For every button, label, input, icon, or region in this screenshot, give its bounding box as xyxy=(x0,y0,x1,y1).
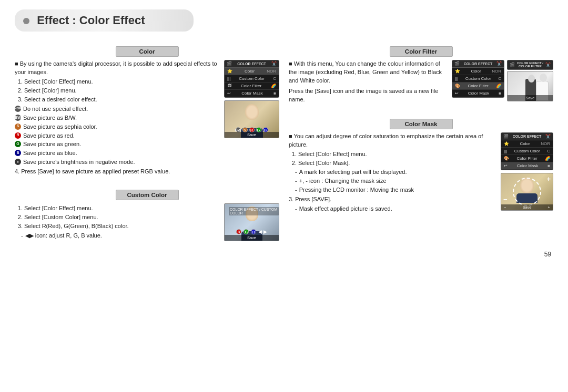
color-mask-intro: ■ You can adjust degree of color saturat… xyxy=(289,132,496,149)
color-mask-text: ■ You can adjust degree of color saturat… xyxy=(289,132,496,214)
custom-step-3: Select R(Red), G(Green), B(Black) color. xyxy=(24,222,220,231)
color-mask-dash: A mark for selecting part will be displa… xyxy=(295,168,496,194)
custom-color-photo: COLOR EFFECT / CUSTOM COLOR R G B ◀ ▶ Sa… xyxy=(224,203,279,241)
cm-step3: 3. Press [SAVE]. xyxy=(289,195,496,204)
cm-dash-2: +, - icon : Changing the mask size xyxy=(295,177,496,185)
color-section-text: ■ By using the camera's digital processo… xyxy=(15,60,220,177)
cc-g-ctrl: G xyxy=(244,229,249,234)
custom-color-header: Custom Color xyxy=(116,190,179,200)
bullet-neg: ● Save picture's brightness in negative … xyxy=(15,158,220,167)
mask-minus-icon: − xyxy=(503,196,508,203)
cm-dash-1: A mark for selecting part will be displa… xyxy=(295,168,496,177)
color-mask-section: Color Mask ■ You can adjust degree of co… xyxy=(289,119,553,214)
bullet-b: B Save picture as blue. xyxy=(15,149,220,158)
page-title: Effect : Color Effect xyxy=(15,9,553,39)
b-badge-icon: B xyxy=(15,150,21,156)
color-mask-menu1: 🎬 COLOR EFFECT ✂️ ⭐ColorNOR |||Custom Co… xyxy=(501,132,553,170)
color-menu-row-mask: ↩Color Mask■ xyxy=(225,90,279,97)
cm-menu-mask: ↩Color Mask■ xyxy=(501,162,553,170)
bullet-nor: NOR Do not use special effect. xyxy=(15,105,220,114)
color-step-3: Select a desired color effect. xyxy=(24,96,220,104)
color-bullets: NOR Do not use special effect. BW Save p… xyxy=(15,105,220,167)
color-filter-menu2: 🎬 COLOR EFFECT / COLOR FILTER ✂️ xyxy=(507,60,553,70)
color-menu-row-custom: |||Custom ColorC xyxy=(225,75,279,82)
custom-color-dash: ◀▶ icon: adjust R, G, B value. xyxy=(21,232,220,240)
cf-menu-custom: |||Custom ColorC xyxy=(452,75,504,82)
cm-step-1: Select [Color Effect] menu. xyxy=(298,150,496,159)
bullet-bw: BW Save picture as B/W. xyxy=(15,114,220,122)
color-section-header: Color xyxy=(116,46,179,57)
color-filter-intro: ■ With this menu, You can change the col… xyxy=(289,60,448,85)
color-step4: 4. Press [Save] to save picture as appli… xyxy=(15,168,220,176)
color-step-2: Select [Color] menu. xyxy=(24,87,220,95)
bullet-g: G Save picture as green. xyxy=(15,140,220,149)
g-badge-icon: G xyxy=(15,141,21,147)
cm-menu-color: ⭐ColorNOR xyxy=(501,140,553,148)
custom-color-section: Custom Color Select [Color Effect] menu.… xyxy=(15,190,279,241)
mask-plus-icon: + xyxy=(546,176,551,182)
cf-menu-mask: ↩Color Mask■ xyxy=(452,90,504,97)
color-filter-header: Color Filter xyxy=(390,46,453,57)
color-mask-header: Color Mask xyxy=(390,119,453,129)
cc-r-ctrl: R xyxy=(236,229,241,234)
cf-menu-filter: 🎨Color Filter🌈 xyxy=(452,82,504,90)
color-step-1: Select [Color Effect] menu. xyxy=(24,78,220,86)
custom-step-2: Select [Custom Color] menu. xyxy=(24,213,220,222)
custom-color-steps: Select [Color Effect] menu. Select [Cust… xyxy=(24,204,220,231)
custom-step-1: Select [Color Effect] menu. xyxy=(24,204,220,213)
color-menu-row-color: ⭐ColorNOR xyxy=(225,68,279,75)
cm-photo-bottom-bar: − Save + xyxy=(501,204,553,210)
cm-menu-custom: |||Custom ColorC xyxy=(501,148,553,155)
color-menu-mockup: 🎬 COLOR EFFECT ✂️ ⭐ColorNOR |||Custom Co… xyxy=(224,60,279,98)
color-section: Color ■ By using the camera's digital pr… xyxy=(15,46,279,177)
color-filter-section: Color Filter ■ With this menu, You can c… xyxy=(289,46,553,105)
nor-badge-icon: NOR xyxy=(15,106,21,112)
cf-menu-color: ⭐ColorNOR xyxy=(452,68,504,75)
color-filter-menu1: 🎬 COLOR EFFECT ✂️ ⭐ColorNOR |||Custom Co… xyxy=(452,60,504,98)
cm-step3-dash: Mask effect applied picture is saved. xyxy=(295,205,496,213)
color-filter-wedding-photo: Save xyxy=(507,71,553,101)
custom-dash-1: ◀▶ icon: adjust R, G, B value. xyxy=(21,232,220,240)
color-menu-row-filter: 🖼Color Filter🌈 xyxy=(225,82,279,90)
cc-b-ctrl: B xyxy=(251,229,256,234)
cm-dash-3: Pressing the LCD monitor : Moving the ma… xyxy=(295,186,496,194)
color-photo-save: Save xyxy=(225,132,279,138)
color-mask-photo: + − − Save + xyxy=(501,173,553,211)
bullet-s: S Save picture as sephia color. xyxy=(15,123,220,131)
cm-menu-filter: 🎨Color Filter🌈 xyxy=(501,155,553,162)
page-number: 59 xyxy=(15,251,553,258)
color-intro: ■ By using the camera's digital processo… xyxy=(15,60,220,77)
neg-badge-icon: ● xyxy=(15,159,21,165)
s-badge-icon: S xyxy=(15,123,21,130)
mask-circle-icon xyxy=(513,178,541,206)
color-photo-mockup: BW S R G B Save xyxy=(224,100,279,138)
cm-step3-dash-1: Mask effect applied picture is saved. xyxy=(295,205,496,213)
color-filter-save-note: Press the [Save] icon and the image is s… xyxy=(289,87,448,104)
color-steps: Select [Color Effect] menu. Select [Colo… xyxy=(24,78,220,104)
custom-color-text: Select [Color Effect] menu. Select [Cust… xyxy=(15,203,220,241)
bw-badge-icon: BW xyxy=(15,115,21,121)
r-badge-icon: R xyxy=(15,132,21,139)
color-mask-steps: Select [Color Effect] menu. Select [Colo… xyxy=(298,150,496,168)
bullet-r: R Save picture as red. xyxy=(15,132,220,140)
cm-step-2: Select [Color Mask]. xyxy=(298,159,496,168)
color-menu-header: 🎬 COLOR EFFECT ✂️ xyxy=(225,60,279,68)
color-filter-text: ■ With this menu, You can change the col… xyxy=(289,60,448,105)
cf-wedding-save: Save xyxy=(508,95,553,101)
custom-color-save-label: Save xyxy=(225,235,279,241)
